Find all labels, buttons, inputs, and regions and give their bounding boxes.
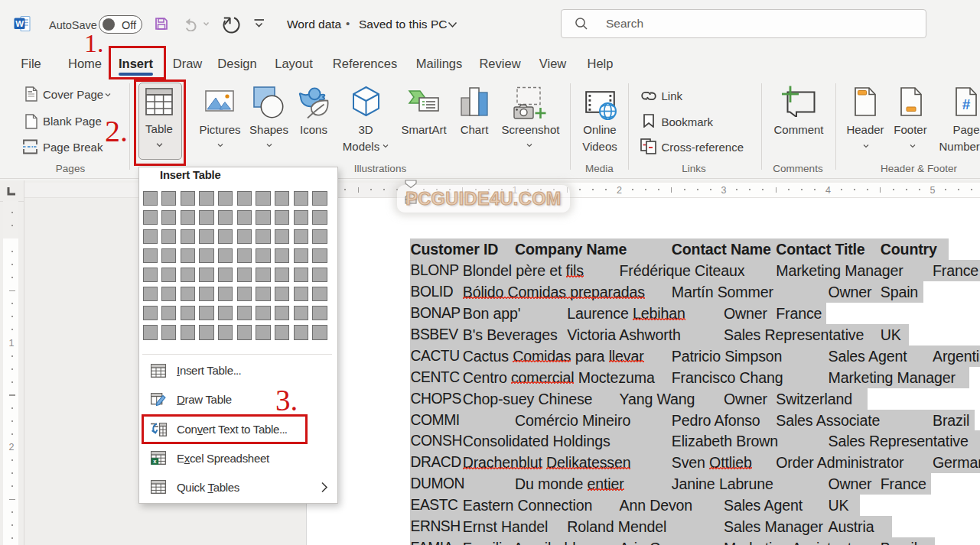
svg-text:W: W [15, 19, 24, 28]
svg-text:#: # [962, 96, 970, 112]
